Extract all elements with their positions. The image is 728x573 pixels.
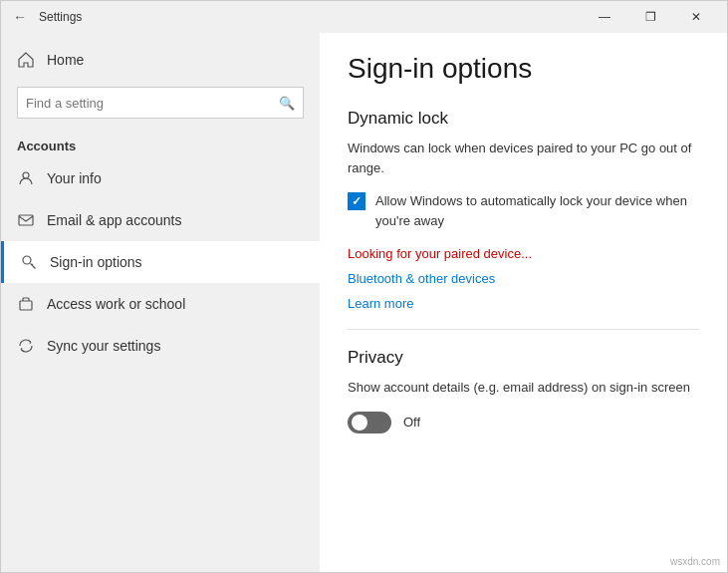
sidebar-item-sign-in-options[interactable]: Sign-in options bbox=[1, 241, 320, 283]
privacy-title: Privacy bbox=[348, 348, 699, 368]
dynamic-lock-title: Dynamic lock bbox=[348, 109, 699, 129]
back-button[interactable]: ← bbox=[9, 5, 31, 29]
briefcase-icon bbox=[17, 295, 35, 313]
minimize-button[interactable]: — bbox=[582, 1, 627, 33]
content-area: Home 🔍 Accounts Your info bbox=[1, 33, 727, 572]
sync-icon bbox=[17, 337, 35, 355]
sidebar-item-label-work: Access work or school bbox=[47, 296, 185, 312]
svg-point-0 bbox=[23, 172, 29, 178]
home-label: Home bbox=[47, 52, 84, 68]
sidebar-item-label-signin: Sign-in options bbox=[50, 254, 142, 270]
auto-lock-checkbox[interactable] bbox=[348, 192, 365, 210]
auto-lock-label: Allow Windows to automatically lock your… bbox=[375, 191, 699, 230]
privacy-toggle[interactable] bbox=[348, 412, 391, 433]
bluetooth-devices-link[interactable]: Bluetooth & other devices bbox=[348, 271, 699, 286]
privacy-section: Privacy Show account details (e.g. email… bbox=[348, 348, 699, 433]
svg-rect-3 bbox=[20, 301, 32, 310]
paired-device-status: Looking for your paired device... bbox=[348, 246, 699, 261]
titlebar-left: ← Settings bbox=[9, 5, 82, 29]
sidebar-item-email-app-accounts[interactable]: Email & app accounts bbox=[1, 199, 320, 241]
learn-more-link[interactable]: Learn more bbox=[348, 296, 699, 311]
key-icon bbox=[20, 253, 38, 271]
home-icon bbox=[17, 51, 35, 69]
restore-button[interactable]: ❐ bbox=[627, 1, 673, 33]
privacy-description: Show account details (e.g. email address… bbox=[348, 378, 699, 398]
sidebar: Home 🔍 Accounts Your info bbox=[1, 33, 320, 572]
titlebar-controls: — ❐ ✕ bbox=[582, 1, 719, 33]
watermark: wsxdn.com bbox=[670, 556, 720, 567]
home-nav-item[interactable]: Home bbox=[1, 41, 320, 79]
svg-point-2 bbox=[23, 256, 31, 264]
sidebar-item-label-sync: Sync your settings bbox=[47, 338, 160, 354]
email-icon bbox=[17, 211, 35, 229]
close-button[interactable]: ✕ bbox=[673, 1, 719, 33]
titlebar: ← Settings — ❐ ✕ bbox=[1, 1, 727, 33]
section-divider bbox=[348, 329, 699, 330]
dynamic-lock-section: Dynamic lock Windows can lock when devic… bbox=[348, 109, 699, 311]
dynamic-lock-description: Windows can lock when devices paired to … bbox=[348, 139, 699, 177]
titlebar-title: Settings bbox=[39, 10, 82, 24]
sidebar-section-label: Accounts bbox=[1, 127, 320, 157]
sidebar-item-label-email: Email & app accounts bbox=[47, 212, 181, 228]
settings-window: ← Settings — ❐ ✕ Home 🔍 Accou bbox=[0, 0, 728, 573]
privacy-toggle-label: Off bbox=[403, 415, 420, 430]
search-input[interactable] bbox=[26, 96, 279, 111]
page-title: Sign-in options bbox=[348, 53, 699, 85]
auto-lock-checkbox-row: Allow Windows to automatically lock your… bbox=[348, 191, 699, 230]
main-content: Sign-in options Dynamic lock Windows can… bbox=[320, 33, 727, 572]
svg-rect-1 bbox=[19, 215, 33, 225]
privacy-toggle-row: Off bbox=[348, 412, 699, 433]
search-icon: 🔍 bbox=[279, 96, 295, 111]
sidebar-item-label-your-info: Your info bbox=[47, 170, 102, 186]
sidebar-item-access-work[interactable]: Access work or school bbox=[1, 283, 320, 325]
sidebar-item-your-info[interactable]: Your info bbox=[1, 157, 320, 199]
search-box[interactable]: 🔍 bbox=[17, 87, 304, 119]
person-icon bbox=[17, 169, 35, 187]
sidebar-item-sync-settings[interactable]: Sync your settings bbox=[1, 325, 320, 367]
